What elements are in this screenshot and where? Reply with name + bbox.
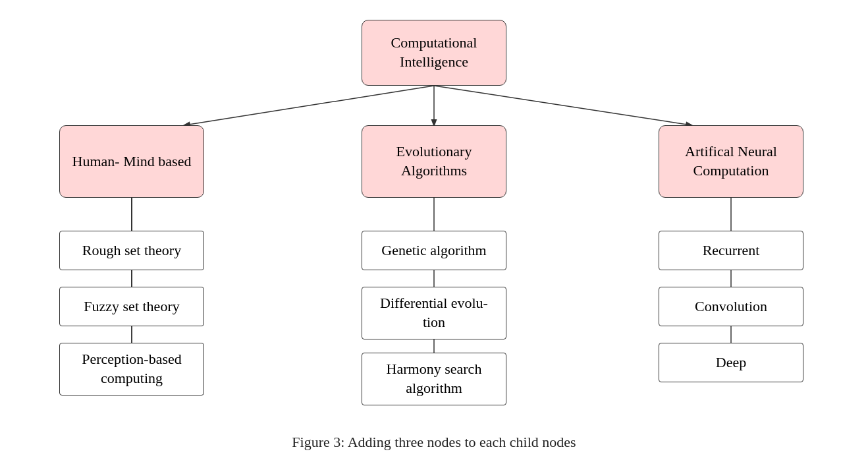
svg-line-2 xyxy=(434,86,692,125)
node-evolutionary-label: Evolutionary Algorithms xyxy=(371,142,497,180)
node-human-label: Human- Mind based xyxy=(72,152,192,171)
node-root-label: Computational Intelligence xyxy=(371,34,497,71)
node-differential-label: Differential evolu- tion xyxy=(371,294,497,332)
node-neural-label: Artifical Neural Computation xyxy=(668,142,794,180)
node-fuzzy: Fuzzy set theory xyxy=(59,287,204,326)
node-rough-label: Rough set theory xyxy=(82,241,181,260)
node-genetic-label: Genetic algorithm xyxy=(381,241,486,260)
node-recurrent: Recurrent xyxy=(659,231,803,270)
node-evolutionary: Evolutionary Algorithms xyxy=(362,125,506,198)
node-deep: Deep xyxy=(659,343,803,382)
node-genetic: Genetic algorithm xyxy=(362,231,506,270)
node-convolution: Convolution xyxy=(659,287,803,326)
node-perception-label: Perception-based computing xyxy=(69,350,194,388)
node-deep-label: Deep xyxy=(716,353,746,372)
node-human: Human- Mind based xyxy=(59,125,204,198)
node-rough: Rough set theory xyxy=(59,231,204,270)
node-fuzzy-label: Fuzzy set theory xyxy=(84,297,179,316)
node-neural: Artifical Neural Computation xyxy=(659,125,803,198)
figure-caption: Figure 3: Adding three nodes to each chi… xyxy=(292,434,576,451)
node-perception: Perception-based computing xyxy=(59,343,204,395)
diagram: Computational Intelligence Human- Mind b… xyxy=(0,0,868,428)
node-harmony: Harmony search algorithm xyxy=(362,353,506,405)
node-recurrent-label: Recurrent xyxy=(703,241,760,260)
node-differential: Differential evolu- tion xyxy=(362,287,506,339)
node-harmony-label: Harmony search algorithm xyxy=(371,360,497,397)
node-convolution-label: Convolution xyxy=(695,297,767,316)
node-root: Computational Intelligence xyxy=(362,20,506,86)
svg-line-0 xyxy=(184,86,434,125)
